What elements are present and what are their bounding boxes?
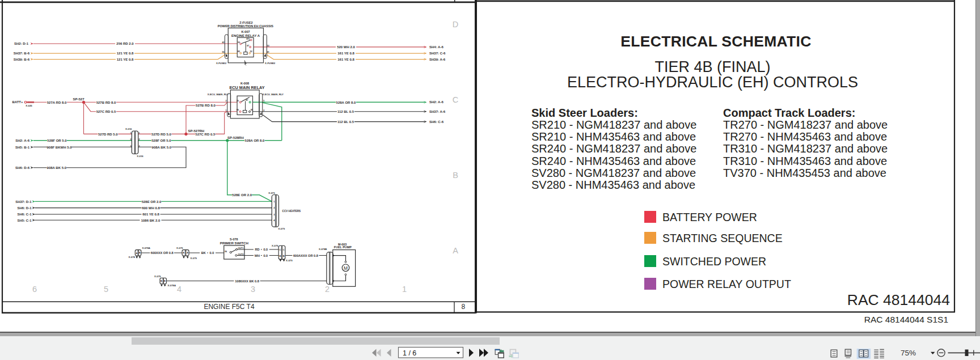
svg-text:75%: 75%: [901, 349, 916, 357]
svg-text:1 / 6: 1 / 6: [403, 349, 416, 357]
